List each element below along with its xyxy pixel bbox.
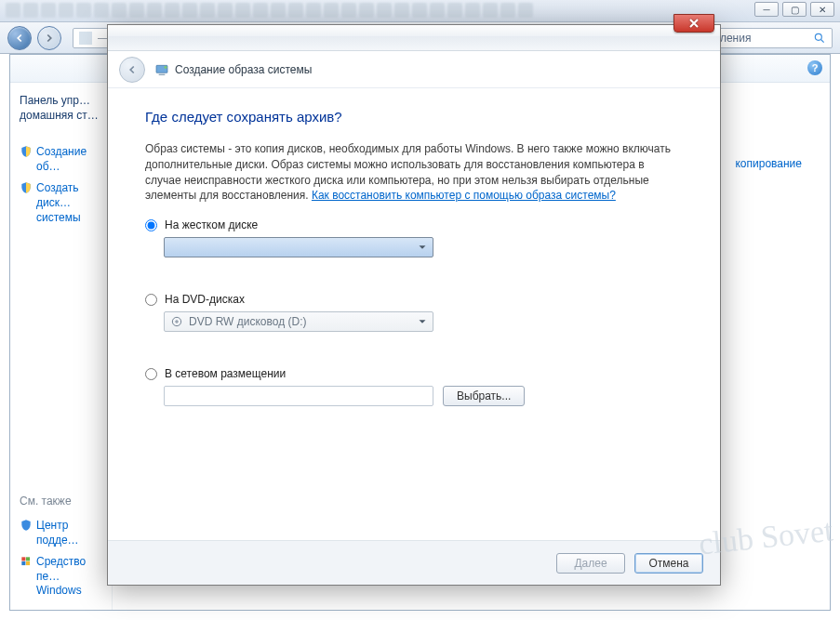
option-dvd: На DVD-дисках DVD RW дисковод (D:) bbox=[145, 293, 683, 332]
search-icon bbox=[813, 32, 826, 45]
forward-button[interactable] bbox=[37, 26, 61, 50]
location-icon bbox=[79, 32, 92, 45]
flag-icon bbox=[20, 555, 33, 568]
radio-dvd-input[interactable] bbox=[145, 294, 157, 306]
maximize-button[interactable]: ▢ bbox=[782, 2, 807, 17]
dvd-value: DVD RW дисковод (D:) bbox=[189, 315, 307, 328]
radio-dvd[interactable]: На DVD-дисках bbox=[145, 293, 683, 306]
sidebar-link-create-disc[interactable]: Создать диск… системы bbox=[20, 181, 102, 225]
radio-network-input[interactable] bbox=[145, 368, 157, 380]
dvd-combo[interactable]: DVD RW дисковод (D:) bbox=[164, 311, 433, 332]
help-icon[interactable]: ? bbox=[807, 60, 822, 75]
option-network: В сетевом размещении Выбрать... bbox=[145, 367, 683, 406]
sidebar-link-action-center[interactable]: Центр подде… bbox=[20, 519, 102, 547]
close-button[interactable]: ✕ bbox=[810, 2, 834, 17]
cancel-button[interactable]: Отмена bbox=[634, 553, 703, 574]
shield-icon bbox=[20, 519, 33, 532]
dialog-footer: Далее Отмена bbox=[108, 540, 720, 585]
help-link[interactable]: Как восстановить компьютер с помощью обр… bbox=[312, 189, 616, 202]
svg-rect-2 bbox=[26, 558, 30, 561]
sidebar-link-create-image[interactable]: Создание об… bbox=[20, 145, 102, 174]
browse-button[interactable]: Выбрать... bbox=[443, 386, 525, 406]
svg-point-9 bbox=[176, 321, 178, 323]
tray-icons bbox=[6, 3, 533, 18]
dialog-titlebar[interactable] bbox=[108, 25, 720, 51]
shield-icon bbox=[20, 181, 33, 194]
svg-rect-3 bbox=[21, 561, 25, 565]
sidebar-heading: Панель упр… домашняя ст… bbox=[20, 94, 102, 123]
disc-icon bbox=[170, 315, 183, 328]
dialog-body: Где следует сохранять архив? Образ систе… bbox=[108, 88, 720, 540]
radio-hard-disk-input[interactable] bbox=[145, 219, 157, 231]
dialog-title: Создание образа системы bbox=[175, 63, 312, 76]
backup-link[interactable]: копирование bbox=[735, 157, 802, 170]
dialog-header: Создание образа системы bbox=[108, 51, 720, 88]
radio-network[interactable]: В сетевом размещении bbox=[145, 367, 683, 380]
chevron-down-icon bbox=[416, 241, 429, 254]
svg-rect-4 bbox=[26, 561, 30, 565]
see-also-label: См. также bbox=[20, 495, 102, 508]
next-button[interactable]: Далее bbox=[556, 553, 625, 574]
sidebar: Панель упр… домашняя ст… Создание об… Со… bbox=[10, 83, 113, 610]
back-button[interactable] bbox=[7, 26, 32, 50]
radio-hard-disk[interactable]: На жестком диске bbox=[145, 218, 683, 231]
dialog-heading: Где следует сохранять архив? bbox=[145, 109, 683, 125]
dialog-description: Образ системы - это копия дисков, необхо… bbox=[145, 141, 683, 204]
system-image-wizard: Создание образа системы Где следует сохр… bbox=[107, 24, 721, 586]
svg-rect-6 bbox=[159, 73, 166, 74]
hard-disk-combo[interactable] bbox=[164, 237, 433, 257]
shield-icon bbox=[20, 145, 33, 158]
svg-point-8 bbox=[172, 318, 180, 326]
minimize-button[interactable]: ─ bbox=[754, 2, 779, 17]
network-path-input[interactable] bbox=[164, 386, 433, 406]
system-image-icon bbox=[154, 62, 169, 77]
option-hard-disk: На жестком диске bbox=[145, 218, 683, 257]
svg-point-0 bbox=[815, 33, 821, 40]
chevron-down-icon bbox=[416, 315, 429, 328]
svg-point-7 bbox=[164, 65, 167, 68]
dialog-close-button[interactable] bbox=[673, 14, 714, 33]
svg-rect-1 bbox=[21, 558, 25, 561]
wizard-back-button[interactable] bbox=[119, 57, 145, 83]
sidebar-link-easy-transfer[interactable]: Средство пе… Windows bbox=[20, 555, 102, 599]
